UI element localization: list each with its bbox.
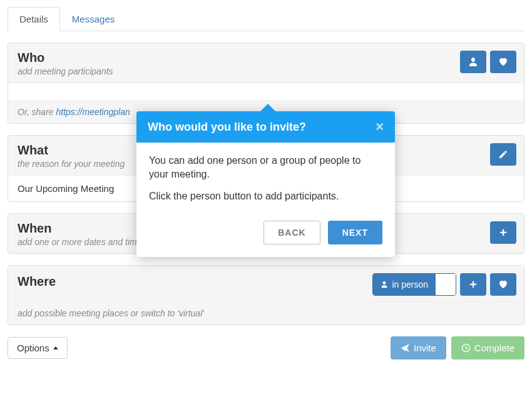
who-subtitle: add meeting participants — [18, 66, 514, 76]
panel-where: Where in person + add possible meeting p… — [8, 265, 524, 325]
popover-p1: You can add one person or a group of peo… — [149, 154, 382, 182]
caret-up-icon — [53, 346, 58, 349]
person-icon — [468, 57, 478, 67]
edit-what-button[interactable] — [490, 143, 516, 166]
popover-next-button[interactable]: NEXT — [328, 221, 382, 244]
clock-icon — [461, 343, 471, 353]
invite-button[interactable]: Invite — [391, 336, 446, 359]
complete-button[interactable]: Complete — [451, 336, 524, 359]
pencil-icon — [498, 149, 508, 159]
who-body — [8, 83, 524, 100]
popover-body: You can add one person or a group of peo… — [136, 143, 395, 216]
popover-footer: BACK NEXT — [136, 216, 395, 257]
options-button[interactable]: Options — [8, 337, 68, 359]
share-prefix: Or, share — [18, 107, 56, 117]
bottom-bar: Options Invite Complete — [8, 336, 524, 359]
add-place-button[interactable]: + — [460, 273, 486, 296]
who-title: Who — [18, 51, 514, 65]
favorite-place-button[interactable] — [490, 273, 516, 296]
send-icon — [401, 343, 410, 353]
plus-icon: + — [499, 226, 507, 240]
heart-icon — [498, 279, 508, 289]
invite-label: Invite — [414, 343, 436, 353]
popover-close-button[interactable]: × — [376, 120, 384, 134]
add-time-button[interactable]: + — [490, 221, 516, 244]
panel-where-header: Where in person + — [8, 266, 524, 301]
person-icon — [381, 281, 388, 288]
plus-icon: + — [469, 278, 477, 292]
in-person-label: in person — [392, 279, 428, 289]
in-person-toggle[interactable]: in person — [372, 273, 456, 296]
options-label: Options — [17, 343, 49, 353]
favorite-button[interactable] — [490, 51, 516, 73]
share-link[interactable]: https://meetingplan — [56, 107, 130, 117]
complete-label: Complete — [474, 343, 514, 353]
popover-header: Who would you like to invite? × — [136, 111, 395, 143]
panel-who-header: Who add meeting participants — [8, 43, 524, 83]
popover-title: Who would you like to invite? — [148, 121, 306, 134]
tabs: Details Messages — [8, 6, 524, 31]
close-icon: × — [376, 119, 384, 134]
popover-p2: Click the person button to add participa… — [149, 189, 382, 203]
heart-icon — [498, 57, 508, 67]
tab-details[interactable]: Details — [8, 7, 60, 31]
add-person-button[interactable] — [460, 51, 486, 73]
popover-back-button[interactable]: BACK — [263, 221, 320, 244]
in-person-dropdown[interactable] — [436, 274, 456, 295]
where-subtitle: add possible meeting places or switch to… — [8, 301, 524, 324]
tab-messages[interactable]: Messages — [60, 7, 126, 31]
tour-popover: Who would you like to invite? × You can … — [136, 111, 395, 257]
